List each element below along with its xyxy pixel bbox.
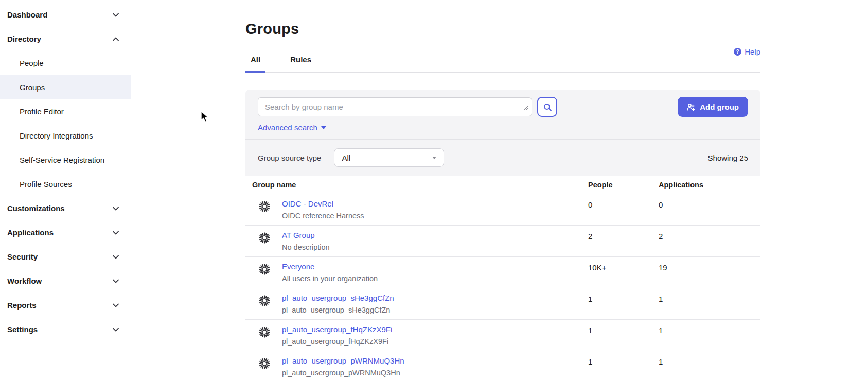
chevron-up-icon [112, 36, 119, 43]
sidebar-item-directory-integrations[interactable]: Directory Integrations [0, 124, 131, 148]
table-row: OIDC - DevRel OIDC reference Harness 0 0 [245, 194, 760, 226]
chevron-down-icon [112, 253, 119, 261]
sidebar-item-label: Profile Editor [20, 107, 64, 116]
tab-bar: All Rules [245, 55, 760, 73]
caret-down-icon [432, 157, 436, 159]
applications-count: 2 [659, 226, 760, 256]
sidebar-item-label: Directory [7, 35, 41, 43]
applications-count: 0 [659, 194, 760, 225]
chevron-down-icon [112, 302, 119, 309]
showing-count: Showing 25 [708, 153, 748, 162]
group-description: pl_auto_usergroup_pWRNMuQ3Hn [282, 369, 404, 377]
applications-count: 19 [659, 257, 760, 288]
people-count: 1 [588, 351, 659, 378]
group-name-link[interactable]: pl_auto_usergroup_fHqZKzX9Fi [282, 325, 392, 334]
app-window: Dashboard Directory People Groups Profil… [0, 0, 868, 378]
group-name-link[interactable]: pl_auto_usergroup_pWRNMuQ3Hn [282, 356, 404, 365]
sidebar-item-label: People [20, 59, 44, 67]
sidebar-item-label: Customizations [7, 204, 65, 213]
search-button[interactable] [537, 97, 557, 117]
sidebar-item-directory[interactable]: Directory [0, 27, 131, 51]
table-header: Group name People Applications [245, 176, 760, 194]
chevron-down-icon [112, 205, 119, 212]
table-row: pl_auto_usergroup_pWRNMuQ3Hn pl_auto_use… [245, 351, 760, 378]
group-starburst-icon [259, 295, 270, 308]
group-name-link[interactable]: Everyone [282, 262, 314, 271]
sidebar-item-workflow[interactable]: Workflow [0, 269, 131, 293]
chevron-down-icon [112, 11, 119, 19]
search-panel: Add group Advanced search Group source t… [245, 90, 760, 176]
help-question-icon: ? [734, 48, 741, 56]
advanced-search-label: Advanced search [258, 123, 317, 132]
search-icon [543, 102, 552, 112]
add-group-button[interactable]: Add group [678, 97, 748, 117]
group-starburst-icon [259, 201, 270, 214]
sidebar-item-label: Reports [7, 301, 37, 310]
group-description: pl_auto_usergroup_sHe3ggCfZn [282, 306, 394, 314]
column-header-group-name[interactable]: Group name [245, 181, 588, 189]
people-count: 2 [588, 226, 659, 256]
sidebar-item-settings[interactable]: Settings [0, 317, 131, 341]
group-name-link[interactable]: OIDC - DevRel [282, 199, 333, 208]
group-name-link[interactable]: pl_auto_usergroup_sHe3ggCfZn [282, 294, 394, 302]
group-starburst-icon [259, 232, 270, 246]
search-box [258, 97, 532, 116]
sidebar-item-groups[interactable]: Groups [0, 75, 131, 99]
caret-down-icon [321, 126, 326, 129]
tab-rules[interactable]: Rules [285, 55, 316, 73]
group-description: All users in your organization [282, 274, 378, 283]
applications-count: 1 [659, 288, 760, 319]
people-count: 0 [588, 194, 659, 225]
main-content: Groups ? Help All Rules [131, 0, 868, 378]
column-header-applications[interactable]: Applications [659, 181, 760, 189]
help-link-label: Help [745, 47, 760, 56]
sidebar-item-label: Applications [7, 228, 54, 237]
people-count: 1 [588, 288, 659, 319]
sidebar-item-profile-sources[interactable]: Profile Sources [0, 172, 131, 196]
sidebar-item-people[interactable]: People [0, 51, 131, 75]
table-row: pl_auto_usergroup_fHqZKzX9Fi pl_auto_use… [245, 320, 760, 351]
group-description: OIDC reference Harness [282, 212, 364, 220]
applications-count: 1 [659, 351, 760, 378]
chevron-down-icon [112, 278, 119, 285]
sidebar-item-dashboard[interactable]: Dashboard [0, 3, 131, 27]
page-title: Groups [245, 21, 760, 38]
people-count-link[interactable]: 10K+ [588, 263, 606, 272]
sidebar-item-security[interactable]: Security [0, 245, 131, 269]
sidebar-item-label: Self-Service Registration [20, 156, 104, 164]
group-source-type-select[interactable]: All [334, 148, 444, 167]
chevron-down-icon [112, 326, 119, 333]
table-row: AT Group No description 2 2 [245, 226, 760, 257]
sidebar-item-label: Directory Integrations [20, 131, 93, 140]
group-starburst-icon [259, 264, 270, 277]
sidebar-item-customizations[interactable]: Customizations [0, 196, 131, 220]
tab-all[interactable]: All [245, 55, 265, 73]
groups-table: Group name People Applications OIDC - De… [245, 176, 760, 378]
group-description: No description [282, 243, 330, 251]
sidebar-item-reports[interactable]: Reports [0, 293, 131, 317]
applications-count: 1 [659, 320, 760, 351]
chevron-down-icon [112, 229, 119, 236]
sidebar-item-profile-editor[interactable]: Profile Editor [0, 99, 131, 124]
column-header-people[interactable]: People [588, 181, 659, 189]
add-group-label: Add group [700, 102, 739, 111]
group-starburst-icon [259, 358, 270, 371]
add-group-icon [687, 103, 695, 111]
help-link[interactable]: ? Help [734, 47, 760, 56]
sidebar-item-label: Dashboard [7, 10, 47, 19]
sidebar-item-label: Groups [20, 83, 45, 92]
table-row: Everyone All users in your organization … [245, 257, 760, 288]
sidebar-item-label: Profile Sources [20, 180, 72, 188]
table-row: pl_auto_usergroup_sHe3ggCfZn pl_auto_use… [245, 288, 760, 320]
select-value: All [342, 153, 350, 162]
sidebar-item-applications[interactable]: Applications [0, 220, 131, 245]
sidebar: Dashboard Directory People Groups Profil… [0, 0, 131, 378]
group-name-link[interactable]: AT Group [282, 231, 315, 239]
sidebar-item-label: Settings [7, 325, 38, 334]
group-description: pl_auto_usergroup_fHqZKzX9Fi [282, 337, 392, 346]
sidebar-item-self-service-registration[interactable]: Self-Service Registration [0, 148, 131, 172]
advanced-search-link[interactable]: Advanced search [258, 123, 326, 132]
group-source-type-label: Group source type [258, 153, 321, 162]
search-input[interactable] [258, 97, 532, 116]
sidebar-item-label: Workflow [7, 277, 42, 285]
